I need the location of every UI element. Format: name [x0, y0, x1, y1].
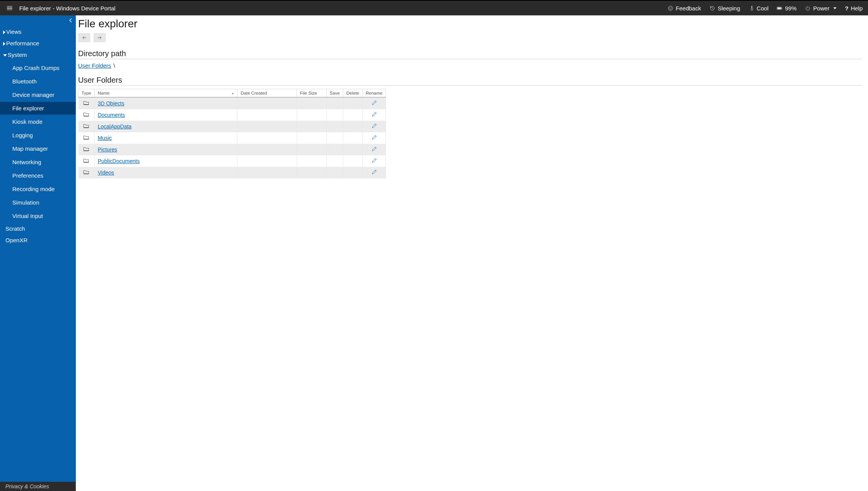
- column-size[interactable]: File Size: [297, 89, 326, 98]
- sidebar-label: OpenXR: [5, 237, 28, 243]
- folder-link[interactable]: Music: [98, 135, 112, 141]
- sidebar-subitem-file-explorer[interactable]: File explorer: [0, 102, 76, 115]
- sidebar-subitem-label: Device manager: [12, 92, 54, 98]
- collapse-sidebar-button[interactable]: [69, 18, 73, 24]
- sidebar-item-views[interactable]: Views: [0, 26, 76, 38]
- sidebar-subitem-simulation[interactable]: Simulation: [0, 196, 76, 209]
- svg-rect-5: [778, 7, 781, 9]
- column-save[interactable]: Save: [327, 89, 343, 98]
- column-rename[interactable]: Rename: [362, 89, 386, 98]
- folder-link[interactable]: Videos: [98, 170, 114, 176]
- caret-right-icon: [3, 42, 5, 46]
- sleeping-indicator[interactable]: Sleeping: [709, 5, 740, 12]
- sidebar-subitem-bluetooth[interactable]: Bluetooth: [0, 75, 76, 88]
- power-menu[interactable]: Power: [805, 5, 836, 12]
- back-button[interactable]: [78, 33, 90, 42]
- feedback-label: Feedback: [676, 5, 701, 12]
- folder-icon: [83, 170, 89, 176]
- svg-line-17: [375, 147, 376, 148]
- sidebar-subitem-label: App Crash Dumps: [12, 65, 60, 71]
- sidebar-subitem-label: Recording mode: [12, 186, 55, 192]
- power-label: Power: [813, 5, 830, 12]
- folder-link[interactable]: LocalAppData: [98, 123, 132, 130]
- forward-button[interactable]: [93, 33, 106, 42]
- table-row: Music: [78, 132, 386, 144]
- breadcrumb-separator: \: [114, 62, 115, 69]
- chevron-down-icon: [833, 7, 836, 9]
- svg-point-2: [671, 7, 671, 8]
- sidebar-subitem-logging[interactable]: Logging: [0, 129, 76, 141]
- column-type[interactable]: Type: [78, 89, 95, 98]
- directory-path-heading: Directory path: [78, 49, 862, 58]
- sidebar-subitem-label: File explorer: [12, 105, 44, 112]
- app-title: File explorer - Windows Device Portal: [19, 5, 115, 12]
- folder-link[interactable]: Pictures: [98, 146, 117, 153]
- battery-indicator[interactable]: 99%: [777, 5, 796, 12]
- rename-button[interactable]: [371, 136, 377, 141]
- hamburger-menu-icon[interactable]: [5, 5, 14, 12]
- rename-button[interactable]: [371, 101, 377, 107]
- sidebar-item-openxr[interactable]: OpenXR: [0, 235, 76, 246]
- sidebar-item-performance[interactable]: Performance: [0, 38, 76, 49]
- help-button[interactable]: ? Help: [845, 5, 863, 12]
- sleeping-label: Sleeping: [718, 5, 740, 12]
- table-row: 3D Objects: [78, 97, 386, 109]
- table-row: Documents: [78, 109, 386, 121]
- chevron-left-icon: [69, 18, 73, 23]
- table-row: LocalAppData: [78, 121, 386, 132]
- folder-link[interactable]: PublicDocuments: [98, 158, 140, 164]
- table-row: Videos: [78, 167, 386, 178]
- folder-link[interactable]: 3D Objects: [98, 100, 124, 107]
- folder-link[interactable]: Documents: [98, 112, 125, 118]
- file-table: Type Name Date Created File Size Save De…: [78, 89, 386, 178]
- arrow-right-icon: [97, 35, 102, 40]
- rename-button[interactable]: [371, 124, 377, 130]
- sidebar-label: Performance: [6, 40, 39, 47]
- section-heading: User Folders: [78, 76, 862, 85]
- feedback-button[interactable]: Feedback: [668, 5, 701, 12]
- sidebar-subitem-recording-mode[interactable]: Recording mode: [0, 183, 76, 195]
- svg-line-9: [375, 101, 376, 102]
- sidebar-subitem-label: Simulation: [12, 199, 39, 206]
- sidebar-subitem-map-manager[interactable]: Map manager: [0, 142, 76, 155]
- smile-icon: [668, 5, 673, 11]
- privacy-cookies-link[interactable]: Privacy & Cookies: [0, 482, 76, 491]
- folder-icon: [83, 101, 89, 107]
- sidebar-item-system[interactable]: System: [0, 49, 76, 61]
- svg-line-11: [375, 113, 376, 114]
- rename-button[interactable]: [371, 147, 377, 153]
- sidebar-subitem-app-crash-dumps[interactable]: App Crash Dumps: [0, 62, 76, 74]
- battery-icon: [777, 5, 783, 11]
- column-delete[interactable]: Delete: [343, 89, 362, 98]
- sidebar-subitem-label: Networking: [12, 159, 41, 165]
- battery-label: 99%: [785, 5, 796, 12]
- sidebar-subitem-label: Logging: [12, 132, 33, 138]
- main-content: File explorer Directory path User Folder…: [76, 15, 868, 491]
- sidebar-item-scratch[interactable]: Scratch: [0, 223, 76, 235]
- sidebar-label: Views: [6, 28, 22, 35]
- sidebar-subitem-preferences[interactable]: Preferences: [0, 169, 76, 182]
- temperature-indicator[interactable]: Cool: [749, 5, 769, 12]
- svg-line-21: [375, 170, 376, 171]
- sidebar-subitem-virtual-input[interactable]: Virtual Input: [0, 210, 76, 222]
- sidebar-subitem-label: Bluetooth: [12, 78, 37, 85]
- svg-line-19: [375, 159, 376, 160]
- sidebar-subitem-networking[interactable]: Networking: [0, 156, 76, 168]
- help-label: Help: [851, 5, 863, 12]
- sidebar-subitem-label: Map manager: [12, 145, 48, 152]
- column-name[interactable]: Name: [94, 89, 237, 98]
- rename-button[interactable]: [371, 159, 377, 165]
- question-icon: ?: [845, 5, 848, 12]
- sidebar-subitem-kiosk-mode[interactable]: Kiosk mode: [0, 115, 76, 128]
- sidebar-subitem-device-manager[interactable]: Device manager: [0, 88, 76, 101]
- column-date[interactable]: Date Created: [237, 89, 297, 98]
- arrow-left-icon: [82, 35, 87, 40]
- sidebar-subitem-label: Kiosk mode: [12, 118, 42, 125]
- folder-icon: [83, 158, 89, 164]
- rename-button[interactable]: [371, 113, 377, 118]
- svg-rect-4: [782, 8, 782, 9]
- rename-button[interactable]: [371, 170, 377, 176]
- folder-icon: [83, 124, 89, 130]
- breadcrumb-root-link[interactable]: User Folders: [78, 62, 111, 69]
- sidebar-subitem-label: Preferences: [12, 172, 43, 179]
